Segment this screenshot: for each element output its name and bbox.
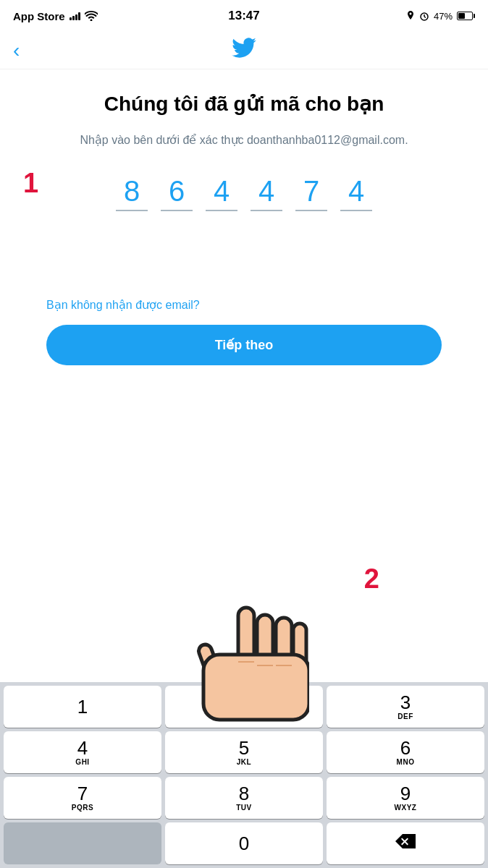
status-right: 47% <box>406 11 475 22</box>
key-empty <box>4 822 161 864</box>
key-4[interactable]: 4 GHI <box>4 731 161 773</box>
carrier-label: App Store <box>13 10 65 22</box>
key-2[interactable]: 2 ABC <box>165 686 323 728</box>
annotation-2: 2 <box>364 563 379 595</box>
digit-2: 6 <box>161 175 193 211</box>
keyboard-row-2: 4 GHI 5 JKL 6 MNO <box>0 728 488 773</box>
location-icon <box>406 11 415 21</box>
svg-rect-4 <box>257 615 273 669</box>
alarm-icon <box>419 11 429 21</box>
key-6[interactable]: 6 MNO <box>327 731 484 773</box>
key-0[interactable]: 0 <box>165 822 323 864</box>
keyboard-row-4: 0 <box>0 819 488 868</box>
key-5[interactable]: 5 JKL <box>165 731 323 773</box>
code-digits: 8 6 4 4 7 4 <box>116 175 372 211</box>
key-9[interactable]: 9 WXYZ <box>327 777 484 819</box>
key-1[interactable]: 1 <box>4 686 161 728</box>
page-title: Chúng tôi đã gửi mã cho bạn <box>23 91 465 117</box>
status-left: App Store <box>13 10 98 22</box>
key-3[interactable]: 3 DEF <box>327 686 484 728</box>
keyboard: 1 2 ABC 3 DEF 4 GHI 5 JKL 6 MNO 7 PQRS <box>0 682 488 868</box>
back-button[interactable]: ‹ <box>13 41 20 61</box>
keyboard-row-3: 7 PQRS 8 TUV 9 WXYZ <box>0 773 488 819</box>
delete-icon <box>395 834 416 853</box>
wifi-icon <box>85 11 98 21</box>
keyboard-row-1: 1 2 ABC 3 DEF <box>0 682 488 728</box>
svg-rect-6 <box>293 624 306 667</box>
digit-3: 4 <box>206 175 237 211</box>
digit-4: 4 <box>251 175 282 211</box>
key-7[interactable]: 7 PQRS <box>4 777 161 819</box>
svg-rect-7 <box>197 643 223 685</box>
battery-percent: 47% <box>434 11 453 22</box>
time-display: 13:47 <box>228 9 259 23</box>
annotation-1: 1 <box>23 168 38 199</box>
resend-link[interactable]: Bạn không nhận được email? <box>23 298 465 312</box>
next-button[interactable]: Tiếp theo <box>46 325 442 365</box>
digit-5: 7 <box>295 175 327 211</box>
delete-key[interactable] <box>327 822 484 864</box>
key-8[interactable]: 8 TUV <box>165 777 323 819</box>
nav-bar: ‹ <box>0 32 488 69</box>
twitter-logo <box>232 38 256 63</box>
signal-icon <box>70 12 80 20</box>
status-bar: App Store 13:47 47% <box>0 0 488 32</box>
battery-icon <box>457 12 475 20</box>
svg-rect-5 <box>276 618 292 668</box>
subtitle-text: Nhập vào bên dưới để xác thực doanthanhb… <box>23 132 465 149</box>
svg-rect-3 <box>238 608 254 665</box>
code-input-area: 1 8 6 4 4 7 4 <box>23 175 465 211</box>
digit-6: 4 <box>340 175 372 211</box>
main-content: Chúng tôi đã gửi mã cho bạn Nhập vào bên… <box>0 69 488 380</box>
svg-line-2 <box>424 17 426 18</box>
digit-1: 8 <box>116 175 148 211</box>
